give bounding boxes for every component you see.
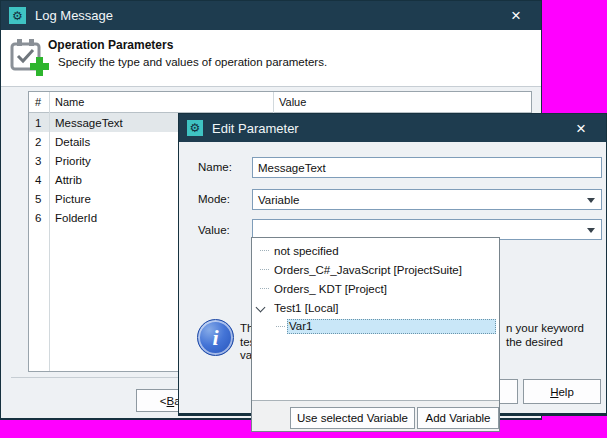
- log-message-titlebar[interactable]: ⚙ Log Message ×: [1, 1, 541, 30]
- tree-item[interactable]: Var1: [252, 317, 499, 336]
- variable-tree: not specifiedOrders_C#_JavaScript [Proje…: [252, 238, 499, 401]
- desktop: ⚙ Log Message × Operation Parameters Spe…: [0, 0, 607, 438]
- edit-parameter-titlebar[interactable]: ⚙ Edit Parameter ×: [179, 114, 606, 142]
- name-label: Name:: [198, 161, 232, 173]
- tree-item[interactable]: Orders_C#_JavaScript [ProjectSuite]: [252, 260, 499, 279]
- window-title: Edit Parameter: [212, 121, 570, 136]
- tree-item-label: Orders_ KDT [Project]: [274, 283, 387, 295]
- back-button-accel: B: [167, 395, 175, 407]
- help-button[interactable]: Help: [523, 379, 601, 404]
- column-header-name[interactable]: Name: [49, 92, 273, 112]
- close-icon[interactable]: ×: [505, 7, 527, 24]
- help-button-label: elp: [558, 386, 573, 398]
- mode-label: Mode:: [198, 193, 230, 205]
- chevron-down-icon: [587, 228, 595, 233]
- page-title: Operation Parameters: [48, 38, 173, 52]
- tree-item-label: not specified: [274, 245, 339, 257]
- back-button-label: <: [160, 395, 167, 407]
- tree-item-label: Var1: [287, 319, 496, 334]
- table-header: # Name Value: [29, 92, 531, 113]
- mode-select[interactable]: Variable: [252, 189, 602, 210]
- mode-selected-value: Variable: [258, 194, 299, 206]
- row-number: 5: [29, 189, 49, 208]
- column-header-value[interactable]: Value: [273, 92, 531, 112]
- tree-item[interactable]: not specified: [252, 241, 499, 260]
- row-number: 1: [29, 113, 49, 132]
- operation-parameters-header: Operation Parameters Specify the type an…: [1, 30, 541, 87]
- column-header-num[interactable]: #: [29, 92, 49, 112]
- gear-icon: ⚙: [9, 7, 26, 24]
- value-label: Value:: [198, 224, 230, 236]
- name-input[interactable]: MessageText: [252, 157, 602, 178]
- add-variable-button[interactable]: Add Variable: [417, 407, 499, 429]
- tree-item-label: Orders_C#_JavaScript [ProjectSuite]: [274, 264, 462, 276]
- row-number: 2: [29, 132, 49, 151]
- chevron-down-icon[interactable]: [256, 303, 266, 313]
- page-subtitle: Specify the type and values of operation…: [58, 56, 327, 68]
- row-number: 6: [29, 208, 49, 227]
- gear-icon: ⚙: [187, 120, 203, 136]
- info-text-fragment-right: n your keyword the desired: [506, 322, 584, 349]
- window-title: Log Message: [35, 8, 505, 23]
- use-selected-variable-button[interactable]: Use selected Variable: [290, 407, 415, 429]
- row-number: 3: [29, 151, 49, 170]
- variable-dropdown-popup: not specifiedOrders_C#_JavaScript [Proje…: [251, 237, 500, 432]
- info-icon: i: [197, 319, 234, 356]
- row-number: 4: [29, 170, 49, 189]
- tree-item[interactable]: Test1 [Local]: [252, 298, 499, 317]
- calendar-add-icon: [9, 36, 51, 82]
- tree-item-label: Test1 [Local]: [274, 302, 339, 314]
- chevron-down-icon: [587, 198, 595, 203]
- help-button-accel: H: [550, 386, 558, 398]
- close-icon[interactable]: ×: [570, 120, 592, 137]
- popup-footer: Use selected Variable Add Variable: [252, 401, 499, 431]
- tree-item[interactable]: Orders_ KDT [Project]: [252, 279, 499, 298]
